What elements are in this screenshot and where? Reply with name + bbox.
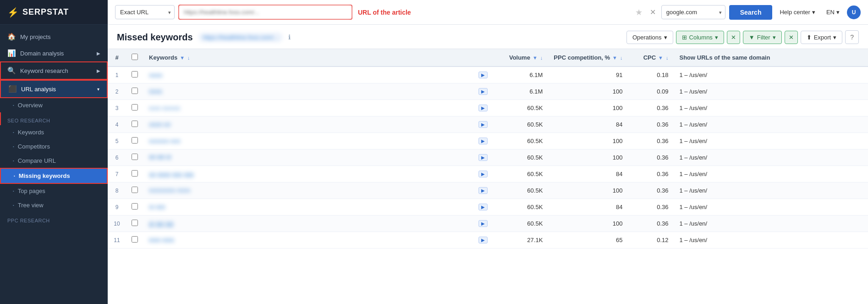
filter-icon[interactable]: ▼ (180, 55, 185, 61)
user-avatar[interactable]: U (847, 6, 861, 19)
question-button[interactable]: ? (845, 30, 859, 44)
sort-icon[interactable]: ↓ (620, 55, 623, 61)
sidebar-subitem-overview[interactable]: • Overview (0, 98, 108, 112)
columns-button[interactable]: ⊞ Columns ▾ (676, 31, 724, 44)
sidebar-item-domain-analysis[interactable]: 📊 Domain analysis ▶ (0, 45, 108, 61)
sort-icon[interactable]: ↓ (187, 55, 190, 61)
sidebar-subitem-competitors[interactable]: • Competitors (0, 139, 108, 154)
close-search-icon[interactable]: ✕ (648, 6, 658, 18)
dot-icon: • (13, 189, 14, 193)
row-checkbox[interactable] (132, 154, 138, 160)
language-selector[interactable]: EN ▾ (823, 7, 843, 17)
sidebar-subitem-compare-url[interactable]: • Compare URL (0, 154, 108, 168)
cell-keyword: gg gggg ggg ggg ▶ (143, 166, 493, 182)
expand-arrow[interactable]: ▶ (478, 171, 488, 177)
cell-volume: 60.5K (493, 149, 548, 166)
sidebar-item-url-analysis[interactable]: ⬛ URL analysis ▾ (0, 80, 108, 98)
expand-arrow[interactable]: ▶ (478, 237, 488, 243)
cell-volume: 60.5K (493, 166, 548, 182)
col-ppc-label: PPC competition, % (554, 54, 610, 61)
close-filter-button[interactable]: ✕ (785, 31, 798, 44)
table-body: 1 aaaa ▶ 6.1M 91 0.18 1 – /us/en/ 2 bbbb… (108, 66, 868, 249)
star-icon[interactable]: ★ (633, 6, 644, 19)
filter-icon[interactable]: ▼ (612, 55, 617, 61)
cell-check[interactable] (126, 232, 143, 249)
cell-check[interactable] (126, 149, 143, 166)
operations-button[interactable]: Operations ▾ (626, 31, 673, 44)
col-keywords-label: Keywords (149, 54, 177, 61)
sidebar-subitem-label-keywords: Keywords (18, 129, 44, 136)
sidebar-item-my-projects[interactable]: 🏠 My projects (0, 28, 108, 45)
cell-ppc: 91 (548, 66, 628, 83)
cell-keyword: dddd dd ▶ (143, 116, 493, 133)
expand-arrow[interactable]: ▶ (478, 154, 488, 161)
sidebar-item-label-my-projects: My projects (20, 33, 50, 40)
search-button[interactable]: Search (729, 5, 773, 20)
export-label: Export (814, 34, 831, 41)
cell-num: 6 (108, 149, 126, 166)
cell-urls: 1 – /us/en/ (674, 149, 868, 166)
cell-keyword: kkkk kkkk ▶ (143, 232, 493, 249)
topbar: Exact URL Domain Prefix URL Subdomains ▾… (108, 0, 868, 25)
cell-cpc: 0.36 (628, 100, 674, 116)
expand-arrow[interactable]: ▶ (478, 204, 488, 210)
chevron-right-icon: ▶ (97, 68, 100, 73)
sidebar-subitem-missing-keywords[interactable]: • Missing keywords (0, 168, 108, 184)
help-center-button[interactable]: Help center ▾ (776, 7, 819, 17)
url-input[interactable] (179, 6, 352, 19)
filter-icon[interactable]: ▼ (658, 55, 663, 61)
row-checkbox[interactable] (132, 236, 138, 243)
expand-arrow[interactable]: ▶ (478, 105, 488, 111)
select-all-checkbox[interactable] (132, 54, 138, 60)
row-checkbox[interactable] (132, 137, 138, 144)
expand-arrow[interactable]: ▶ (478, 88, 488, 95)
filter-icon[interactable]: ▼ (533, 55, 538, 61)
expand-arrow[interactable]: ▶ (478, 138, 488, 144)
col-urls-label: Show URLs of the same domain (680, 54, 770, 61)
cell-check[interactable] (126, 83, 143, 100)
row-checkbox[interactable] (132, 203, 138, 210)
row-checkbox[interactable] (132, 170, 138, 177)
filter-button[interactable]: ▼ Filter ▾ (743, 31, 782, 44)
close-columns-button[interactable]: ✕ (727, 31, 740, 44)
sidebar-subitem-tree-view[interactable]: • Tree view (0, 198, 108, 212)
expand-arrow[interactable]: ▶ (478, 220, 488, 227)
keyword-text: cccc cccccc (149, 105, 476, 111)
columns-label: Columns (689, 34, 713, 41)
info-icon[interactable]: ℹ (288, 33, 291, 41)
export-button[interactable]: ⬆ Export ▾ (801, 31, 843, 44)
cell-num: 2 (108, 83, 126, 100)
sort-desc-icon[interactable]: ↓ (540, 55, 543, 61)
expand-arrow[interactable]: ▶ (478, 121, 488, 128)
header-actions: Operations ▾ ⊞ Columns ▾ ✕ ▼ Filter ▾ ✕ … (626, 30, 859, 44)
sidebar-subitem-top-pages[interactable]: • Top pages (0, 184, 108, 198)
keywords-table: # Keywords ▼ ↓ Volume ▼ (108, 49, 868, 249)
cell-keyword: iiii iiiiiii ▶ (143, 199, 493, 216)
sort-icon[interactable]: ↓ (666, 55, 669, 61)
cell-check[interactable] (126, 133, 143, 149)
sidebar-subitem-keywords[interactable]: • Keywords (0, 125, 108, 139)
url-type-select[interactable]: Exact URL Domain Prefix URL Subdomains (115, 5, 175, 19)
row-checkbox[interactable] (132, 187, 138, 193)
cell-check[interactable] (126, 216, 143, 232)
table-row: 8 hhhhhhhh hhhh ▶ 60.5K 100 0.36 1 – /us… (108, 182, 868, 199)
cell-urls: 1 – /us/en/ (674, 232, 868, 249)
cell-check[interactable] (126, 100, 143, 116)
expand-arrow[interactable]: ▶ (478, 187, 488, 194)
cell-check[interactable] (126, 116, 143, 133)
sidebar-item-keyword-research[interactable]: 🔍 Keyword research ▶ (0, 61, 108, 80)
expand-arrow[interactable]: ▶ (478, 72, 488, 78)
row-checkbox[interactable] (132, 71, 138, 77)
row-checkbox[interactable] (132, 121, 138, 127)
cell-check[interactable] (126, 182, 143, 199)
cell-check[interactable] (126, 166, 143, 182)
cell-keyword: ffff fffff fff ▶ (143, 149, 493, 166)
col-header-keywords: Keywords ▼ ↓ (143, 49, 493, 66)
domain-select[interactable]: google.com google.co.uk google.de (661, 5, 725, 19)
row-checkbox[interactable] (132, 104, 138, 111)
row-checkbox[interactable] (132, 220, 138, 226)
row-checkbox[interactable] (132, 88, 138, 94)
cell-check[interactable] (126, 66, 143, 83)
cell-check[interactable] (126, 199, 143, 216)
table-area: # Keywords ▼ ↓ Volume ▼ (108, 49, 868, 304)
